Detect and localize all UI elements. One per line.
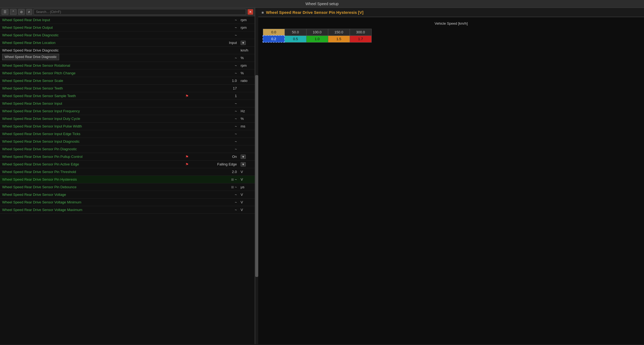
flag-icon: ⚑: [185, 155, 189, 159]
table-row[interactable]: Wheel Speed Rear Drive LocationInput▼: [0, 39, 255, 47]
diff-button[interactable]: ≠: [26, 9, 32, 15]
param-value: Falling Edge: [195, 162, 238, 166]
param-value: On: [195, 155, 238, 159]
search-input[interactable]: [34, 9, 246, 15]
param-name: Wheel Speed Rear Drive Sensor Input Freq…: [0, 108, 179, 114]
param-unit[interactable]: ▼: [238, 154, 255, 160]
main-container: ☰ ⌃ ⊘ ≠ ✕ Wheel Speed Rear Drive Input~r…: [0, 8, 644, 344]
table-row[interactable]: Wheel Speed Rear Drive Sensor Pin Pullup…: [0, 153, 255, 161]
table-row[interactable]: Wheel Speed Rear Drive Sensor Rotational…: [0, 62, 255, 69]
table-row[interactable]: Wheel Speed Rear Drive Diagnostic~: [0, 31, 255, 39]
grid-icon[interactable]: ⊞: [231, 178, 234, 181]
table-row[interactable]: Wheel Speed Rear Drive Slip Ratio~%: [0, 54, 255, 62]
param-unit: [238, 140, 255, 143]
param-value: ~: [195, 33, 238, 37]
dropdown-button[interactable]: ▼: [241, 155, 246, 159]
param-name: Wheel Speed Rear Drive Sensor Pin Active…: [0, 161, 179, 167]
dropdown-button[interactable]: ▼: [241, 41, 246, 45]
param-name: Wheel Speed Rear Drive Sensor Input Edge…: [0, 131, 179, 137]
hyst-cell-4[interactable]: 1.7: [350, 36, 371, 42]
param-value: ~: [195, 193, 238, 197]
table-row[interactable]: Wheel Speed Rear Drive Sensor Pin Deboun…: [0, 183, 255, 191]
param-unit[interactable]: ▼: [238, 40, 255, 46]
param-value: 1: [195, 94, 238, 98]
param-value: ⊞ ~: [195, 177, 238, 181]
param-value: ⊞ ~: [195, 185, 238, 189]
param-name: Wheel Speed Rear Drive Input: [0, 17, 179, 23]
table-row[interactable]: Wheel Speed Rear Drive Sensor Voltage Ma…: [0, 206, 255, 214]
param-unit: [238, 103, 255, 105]
cancel-button[interactable]: ⊘: [18, 9, 25, 15]
param-value: ~: [195, 71, 238, 75]
param-name: Wheel Speed Rear Drive Sensor Voltage Ma…: [0, 207, 179, 213]
table-row[interactable]: Wheel Speed Rear Drive Diagnostickm/hWhe…: [0, 47, 255, 54]
param-flag: ⚑: [179, 155, 195, 159]
param-name: Wheel Speed Rear Drive Location: [0, 40, 179, 46]
table-row[interactable]: Wheel Speed Rear Drive Sensor Teeth17: [0, 85, 255, 92]
hyst-cell-1[interactable]: 0.5: [285, 36, 306, 42]
hyst-cell-2[interactable]: 1.0: [306, 36, 328, 42]
speed-cell-4[interactable]: 300.0: [350, 29, 371, 36]
param-value: ~: [195, 18, 238, 22]
param-name: Wheel Speed Rear Drive Diagnostic: [0, 32, 179, 38]
param-name: Wheel Speed Rear Drive Sensor Rotational: [0, 62, 179, 69]
table-row[interactable]: Wheel Speed Rear Drive Sensor Input~: [0, 100, 255, 107]
speed-cell-3[interactable]: 150.0: [328, 29, 350, 36]
back-button[interactable]: ⌃: [10, 9, 17, 15]
param-value: ~: [195, 124, 238, 128]
param-unit: km/h: [238, 47, 255, 53]
table-row[interactable]: Wheel Speed Rear Drive Sensor Pin Active…: [0, 161, 255, 168]
grid-icon[interactable]: ⊞: [231, 185, 234, 189]
hyst-cell-0[interactable]: 0.2: [263, 36, 285, 42]
param-name: Wheel Speed Rear Drive Sensor Sample Tee…: [0, 93, 179, 99]
table-row[interactable]: Wheel Speed Rear Drive Sensor Input Puls…: [0, 123, 255, 130]
flag-icon: ⚑: [185, 162, 189, 167]
param-value: ~: [195, 200, 238, 204]
hysteresis-row: 0.2 0.5 1.0 1.5 1.7: [263, 36, 371, 42]
window-title: Wheel Speed setup: [305, 2, 339, 6]
param-flag: ⚑: [179, 94, 195, 98]
table-row[interactable]: Wheel Speed Rear Drive Sensor Input Diag…: [0, 138, 255, 145]
speed-header-row: 0.0 50.0 100.0 150.0 300.0: [263, 29, 371, 36]
scrollbar[interactable]: [255, 8, 258, 344]
flag-icon: ⚑: [185, 94, 189, 98]
speed-table: 0.0 50.0 100.0 150.0 300.0 0.2 0.5 1.0 1…: [263, 29, 372, 43]
menu-button[interactable]: ☰: [2, 9, 8, 15]
table-row[interactable]: Wheel Speed Rear Drive Input~rpm: [0, 16, 255, 24]
hyst-cell-3[interactable]: 1.5: [328, 36, 350, 42]
speed-cell-1[interactable]: 50.0: [285, 29, 306, 36]
param-name: Wheel Speed Rear Drive Sensor Pin Pullup…: [0, 154, 179, 160]
dropdown-button[interactable]: ▼: [241, 162, 246, 167]
table-row[interactable]: Wheel Speed Rear Drive Sensor Input Duty…: [0, 115, 255, 123]
chart-title: Vehicle Speed [km/h]: [263, 21, 640, 25]
table-row[interactable]: Wheel Speed Rear Drive Sensor Input Freq…: [0, 107, 255, 115]
speed-cell-0[interactable]: 0.0: [263, 29, 285, 36]
right-panel: ■ Wheel Speed Rear Drive Sensor Pin Hyst…: [258, 8, 644, 344]
param-unit[interactable]: ▼: [238, 161, 255, 168]
param-value: ~: [195, 101, 238, 106]
table-row[interactable]: Wheel Speed Rear Drive Sensor Pitch Chan…: [0, 69, 255, 77]
table-row[interactable]: Wheel Speed Rear Drive Sensor Voltage Mi…: [0, 199, 255, 206]
table-row[interactable]: Wheel Speed Rear Drive Sensor Scale1.0ra…: [0, 77, 255, 85]
scrollbar-thumb[interactable]: [255, 75, 258, 277]
table-row[interactable]: Wheel Speed Rear Drive Sensor Pin Diagno…: [0, 145, 255, 153]
param-name: Wheel Speed Rear Drive Sensor Teeth: [0, 85, 179, 91]
param-unit: [238, 133, 255, 135]
param-value: 1.0: [195, 79, 238, 83]
table-row[interactable]: Wheel Speed Rear Drive Sensor Pin Hyster…: [0, 176, 255, 183]
param-unit: [238, 34, 255, 36]
right-header: ■ Wheel Speed Rear Drive Sensor Pin Hyst…: [258, 8, 644, 17]
table-row[interactable]: Wheel Speed Rear Drive Output~rpm: [0, 24, 255, 31]
param-unit: V: [238, 176, 255, 183]
param-unit: Hz: [238, 108, 255, 114]
close-button[interactable]: ✕: [248, 9, 253, 15]
panel-icon: ■: [262, 10, 264, 15]
param-name: Wheel Speed Rear Drive Sensor Input Puls…: [0, 123, 179, 129]
param-value: ~: [195, 117, 238, 121]
table-row[interactable]: Wheel Speed Rear Drive Sensor Sample Tee…: [0, 92, 255, 100]
param-unit: [238, 95, 255, 97]
table-row[interactable]: Wheel Speed Rear Drive Sensor Voltage~V: [0, 191, 255, 199]
table-row[interactable]: Wheel Speed Rear Drive Sensor Pin Thresh…: [0, 168, 255, 176]
table-row[interactable]: Wheel Speed Rear Drive Sensor Input Edge…: [0, 130, 255, 138]
speed-cell-2[interactable]: 100.0: [306, 29, 328, 36]
